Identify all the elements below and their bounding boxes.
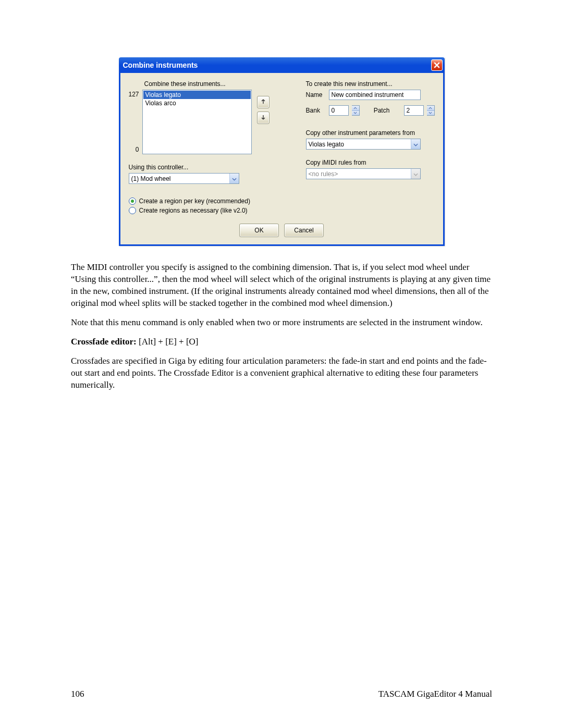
move-up-button[interactable]	[257, 96, 270, 108]
using-controller-label: Using this controller...	[129, 164, 270, 171]
controller-dropdown[interactable]: (1) Mod wheel	[129, 173, 239, 184]
dialog-title-text: Combine instruments	[123, 61, 198, 69]
dialog-titlebar: Combine instruments	[119, 57, 445, 73]
to-create-label: To create this new instrument...	[306, 80, 435, 88]
paragraph: Crossfades are specified in Giga by edit…	[71, 355, 492, 391]
dropdown-button[interactable]	[411, 139, 420, 149]
dialog-body: Combine these instruments... 127 0 Viola…	[119, 73, 445, 246]
dropdown-button[interactable]	[229, 174, 239, 183]
cancel-button[interactable]: Cancel	[284, 224, 324, 237]
paragraph: The MIDI controller you specify is assig…	[71, 262, 492, 310]
radio-icon	[129, 198, 136, 205]
bank-input[interactable]	[329, 105, 349, 116]
page-footer: 106 TASCAM GigaEditor 4 Manual	[71, 689, 492, 699]
copy-imidi-value: <no rules>	[307, 170, 411, 178]
arrow-up-icon	[260, 98, 266, 106]
copy-params-label: Copy other instrument parameters from	[306, 129, 435, 137]
chevron-down-icon	[413, 141, 418, 148]
bank-spinner[interactable]	[352, 105, 360, 116]
close-button[interactable]	[431, 59, 443, 71]
spin-down-icon[interactable]	[352, 110, 359, 116]
paragraph: Note that this menu command is only enab…	[71, 317, 492, 329]
close-icon	[434, 62, 440, 68]
patch-input[interactable]	[404, 105, 424, 116]
chevron-down-icon	[413, 170, 418, 178]
radio-label: Create regions as necessary (like v2.0)	[139, 207, 248, 214]
instrument-listbox[interactable]: Violas legato Violas arco	[142, 90, 252, 154]
copy-params-value: Violas legato	[307, 141, 411, 148]
move-down-button[interactable]	[257, 112, 270, 124]
name-label: Name	[306, 91, 326, 98]
range-top: 127	[129, 91, 139, 98]
ok-button[interactable]: OK	[239, 224, 279, 237]
copy-params-dropdown[interactable]: Violas legato	[306, 139, 421, 150]
manual-title: TASCAM GigaEditor 4 Manual	[378, 689, 492, 699]
spin-down-icon[interactable]	[427, 110, 434, 116]
velocity-range-labels: 127 0	[129, 90, 139, 154]
patch-label: Patch	[363, 107, 401, 114]
radio-region-per-key[interactable]: Create a region per key (recommended)	[129, 198, 270, 205]
radio-icon	[129, 207, 136, 214]
name-input[interactable]	[329, 90, 421, 100]
page-number: 106	[71, 689, 84, 699]
chevron-down-icon	[232, 175, 237, 182]
list-item[interactable]: Violas arco	[143, 99, 251, 107]
document-body: The MIDI controller you specify is assig…	[71, 262, 492, 391]
copy-imidi-label: Copy iMIDI rules from	[306, 159, 435, 166]
radio-label: Create a region per key (recommended)	[139, 198, 250, 205]
controller-value: (1) Mod wheel	[129, 175, 229, 182]
bank-label: Bank	[306, 107, 326, 114]
spin-up-icon[interactable]	[352, 106, 359, 110]
copy-imidi-dropdown[interactable]: <no rules>	[306, 168, 421, 179]
arrow-down-icon	[260, 114, 266, 122]
list-item[interactable]: Violas legato	[143, 91, 251, 99]
combine-these-label: Combine these instruments...	[144, 80, 270, 88]
crossfade-heading: Crossfade editor: [Alt] + [E] + [O]	[71, 336, 492, 348]
range-bottom: 0	[129, 146, 139, 153]
dropdown-button[interactable]	[411, 169, 420, 179]
spin-up-icon[interactable]	[427, 106, 434, 110]
radio-regions-as-necessary[interactable]: Create regions as necessary (like v2.0)	[129, 207, 270, 214]
combine-instruments-dialog: Combine instruments Combine these instru…	[119, 57, 445, 246]
patch-spinner[interactable]	[427, 105, 435, 116]
